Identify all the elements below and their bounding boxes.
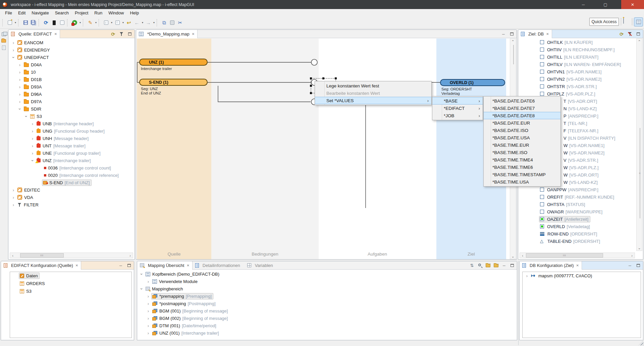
minimized-folder-panel-icon[interactable] <box>1 39 6 43</box>
forward-dropdown-arrow-icon[interactable]: ▾ <box>152 21 156 24</box>
export-button[interactable] <box>58 19 66 27</box>
import-up-button[interactable] <box>113 19 121 27</box>
sort-icon[interactable] <box>469 263 475 268</box>
close-icon[interactable]: ✕ <box>186 264 189 267</box>
tree-item-unb[interactable]: ›UNB[Interchange header] <box>8 120 127 127</box>
tree-item-s-end[interactable]: S-END[End of UNZ] <box>8 179 127 186</box>
chevron-right-icon[interactable]: › <box>17 62 23 67</box>
checkbox-icon[interactable] <box>540 188 544 192</box>
chevron-right-icon[interactable]: › <box>17 99 23 104</box>
target-vertical-scrollbar[interactable]: ⌃ ≡ ⌄ <box>636 39 642 251</box>
chevron-right-icon[interactable]: › <box>10 40 16 45</box>
target-field-ohtvn2[interactable]: OHTVN2[VS-ADR.NAME2] <box>518 75 636 83</box>
tab-quelle-edifact[interactable]: Quelle: EDIFACT ✕ <box>8 30 60 38</box>
menubar-item-edit[interactable]: Edit <box>15 10 29 16</box>
maximize-panel-icon[interactable] <box>127 31 132 37</box>
menubar-item-navigate[interactable]: Navigate <box>29 10 52 16</box>
menu-item-bearbeite-konstanten-wert[interactable]: Bearbeite konstanten Wert <box>315 89 431 97</box>
minimized-outline-panel-icon[interactable] <box>2 46 6 50</box>
minimize-panel-icon[interactable]: ─ <box>118 263 123 268</box>
link-with-editor-icon[interactable]: ⟳ <box>110 31 116 37</box>
checkbox-icon[interactable] <box>540 77 544 81</box>
maximize-panel-icon[interactable] <box>126 263 132 268</box>
collapse-all-icon[interactable] <box>485 263 491 268</box>
scroll-right-icon[interactable]: › <box>127 253 133 258</box>
tab-variablen[interactable]: Variablen <box>245 261 277 270</box>
checkbox-icon[interactable] <box>540 84 544 88</box>
scroll-up-icon[interactable]: ⌃ <box>637 39 642 44</box>
save-all-button[interactable] <box>30 19 38 27</box>
target-field-orefit[interactable]: OREFIT[REF.-NUMMER KUNDE] <box>518 193 636 201</box>
chevron-right-icon[interactable]: › <box>30 136 36 141</box>
tree-item-unedifact[interactable]: ›UNEDIFACT <box>8 54 127 61</box>
tree-item-s3[interactable]: ›S3 <box>8 113 127 120</box>
tree-item-edienergy[interactable]: ›EDIENERGY <box>8 46 127 54</box>
cut-button[interactable]: ✂ <box>176 19 184 27</box>
checkbox-icon[interactable] <box>540 202 544 206</box>
tree-item-ung[interactable]: ›UNG[Functional Group header] <box>8 127 127 135</box>
target-field-ohtiiv[interactable]: OHTIIV[ILN RECHNUNGSEMPF.] <box>518 46 636 53</box>
menu-item--base-time-usa[interactable]: *BASE.TIME.USA <box>484 178 560 186</box>
node-overld[interactable]: OVERLD (1) <box>440 79 505 86</box>
checkbox-icon[interactable] <box>540 48 544 52</box>
checkbox-icon[interactable] <box>540 210 544 214</box>
menu-item--base-date-date7[interactable]: *BASE.DATE.DATE7 <box>484 105 560 112</box>
new-dropdown-arrow-icon[interactable]: ▾ <box>14 21 17 24</box>
run-button[interactable] <box>70 19 78 27</box>
menubar-item-help[interactable]: Help <box>127 10 142 16</box>
last-edit-location-button[interactable]: ↩ <box>125 19 133 27</box>
new-wizard-button[interactable] <box>6 19 14 27</box>
chevron-right-icon[interactable]: › <box>145 294 151 299</box>
checkbox-icon[interactable] <box>540 195 544 199</box>
tree-item--postmapping[interactable]: ›*postmapping[Postmapping] <box>137 300 516 307</box>
import-down-button[interactable] <box>102 19 110 27</box>
maximize-panel-icon[interactable] <box>636 31 641 37</box>
menu-item--base-date-date6[interactable]: *BASE.DATE.DATE6 <box>484 97 560 105</box>
scroll-down-icon[interactable]: ⌄ <box>637 245 642 251</box>
target-field-ohtvn1[interactable]: OHTVN1[VS-ADR.NAME1] <box>518 68 636 75</box>
checkbox-icon[interactable] <box>540 62 544 66</box>
scroll-down-icon[interactable]: ⌄ <box>510 254 516 259</box>
node-unz[interactable]: UNZ (1) <box>139 59 208 66</box>
target-field-overld[interactable]: OVERLD[Verladetag] <box>518 223 636 230</box>
tree-item-editec[interactable]: ›EDITEC <box>8 186 127 194</box>
tree-item-mappingbereich[interactable]: ›Mappingbereich <box>137 285 516 292</box>
source-horizontal-scrollbar[interactable]: ‹ III › <box>10 253 133 258</box>
scroll-up-icon[interactable]: ⌃ <box>510 39 516 44</box>
tree-item-d01b[interactable]: ›D01B <box>8 76 127 83</box>
chevron-down-icon[interactable]: › <box>24 113 29 119</box>
chevron-right-icon[interactable]: › <box>145 316 151 321</box>
close-icon[interactable]: ✕ <box>75 264 78 267</box>
menubar-item-window[interactable]: Window <box>105 10 127 16</box>
tab-demo-mapping-map[interactable]: *Demo_Mapping.map ✕ <box>136 30 198 38</box>
minimize-panel-icon[interactable]: ─ <box>501 31 506 37</box>
tree-item-kopfbereich-demo-edifact-db-[interactable]: ›Kopfbereich (Demo_EDIFACT-DB) <box>137 270 516 278</box>
close-icon[interactable]: ✕ <box>546 32 549 36</box>
target-field-ohtsta[interactable]: OHTSTA[STATUS] <box>518 201 636 208</box>
forward-button[interactable]: → <box>144 19 152 27</box>
expand-all-icon[interactable] <box>493 263 499 268</box>
tree-item-d04a[interactable]: ›D04A <box>8 61 127 68</box>
close-window-button[interactable]: ✕ <box>621 0 644 9</box>
minimize-panel-icon[interactable]: ─ <box>501 263 507 268</box>
tree-item-eancom[interactable]: ›EANCOM <box>8 39 127 46</box>
import-up-dropdown-arrow-icon[interactable]: ▾ <box>121 21 125 24</box>
chevron-right-icon[interactable]: › <box>145 279 151 284</box>
chevron-right-icon[interactable]: › <box>30 129 36 134</box>
scroll-left-icon[interactable]: ‹ <box>520 253 525 258</box>
chevron-right-icon[interactable]: › <box>17 92 23 97</box>
menubar-item-file[interactable]: File <box>2 10 15 16</box>
node-send[interactable]: S-END (1) <box>139 79 208 86</box>
terminal-button[interactable] <box>50 19 58 27</box>
maximize-window-button[interactable]: ▢ <box>598 0 613 9</box>
filter-icon[interactable] <box>119 31 124 37</box>
menu-item--base-date-iso[interactable]: *BASE.DATE.ISO <box>484 127 560 134</box>
menu-item--base-date-date8[interactable]: *BASE.DATE.DATE8 <box>484 112 560 119</box>
tree-item-bgm-001-[interactable]: ›BGM (001)[Beginning of message] <box>137 307 516 315</box>
import-down-dropdown-arrow-icon[interactable]: ▾ <box>110 21 113 24</box>
maximize-panel-icon[interactable] <box>509 31 515 37</box>
minimize-window-button[interactable]: ─ <box>576 0 591 9</box>
menu-item-lege-konstanten-wert-fest[interactable]: Lege konstanten Wert fest <box>315 82 431 89</box>
target-field-ohtstr[interactable]: OHTSTR[VS-ADR.STR.] <box>518 83 636 90</box>
target-field-oazeit[interactable]: OAZEIT[Anlieferzeit] <box>518 215 636 223</box>
